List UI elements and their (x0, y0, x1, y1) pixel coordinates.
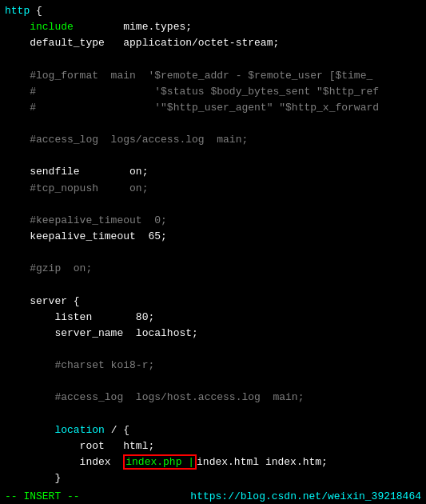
code-line (5, 245, 421, 261)
code-line: #access_log logs/access.log main; (5, 132, 421, 148)
code-line: keepalive_timeout 65; (5, 229, 421, 245)
code-line: # '"$http_user_agent" "$http_x_forward (5, 100, 421, 116)
code-line: default_type application/octet-stream; (5, 35, 421, 51)
code-line (5, 116, 421, 132)
code-line: location / { (5, 422, 421, 438)
code-line (5, 51, 421, 67)
code-line: http { (5, 3, 421, 19)
code-line: listen 80; (5, 310, 421, 326)
status-bar: -- INSERT -- https://blog.csdn.net/weixi… (0, 488, 426, 504)
highlighted-index: index.php | (123, 454, 197, 470)
code-line (5, 406, 421, 422)
index-line: index index.php |index.html index.htm; (5, 454, 421, 470)
code-line: #gzip on; (5, 261, 421, 277)
url-label: https://blog.csdn.net/weixin_39218464 (190, 490, 421, 502)
code-line: sendfile on; (5, 164, 421, 180)
code-editor: http { include mime.types; default_type … (0, 0, 426, 488)
code-line (5, 374, 421, 390)
code-line (5, 342, 421, 358)
code-line (5, 277, 421, 293)
code-line (5, 148, 421, 164)
code-line (5, 197, 421, 213)
code-line: #access_log logs/host.access.log main; (5, 390, 421, 406)
code-line: root html; (5, 438, 421, 454)
code-line: include mime.types; (5, 19, 421, 35)
code-line: server { (5, 294, 421, 310)
code-line: server_name localhost; (5, 326, 421, 342)
code-line: #charset koi8-r; (5, 358, 421, 374)
code-line: } (5, 470, 421, 486)
code-line: #keepalive_timeout 0; (5, 213, 421, 229)
code-line: #tcp_nopush on; (5, 181, 421, 197)
insert-mode-label: -- INSERT -- (5, 490, 80, 502)
code-line: #log_format main '$remote_addr - $remote… (5, 68, 421, 84)
code-line: # '$status $body_bytes_sent "$http_ref (5, 84, 421, 100)
